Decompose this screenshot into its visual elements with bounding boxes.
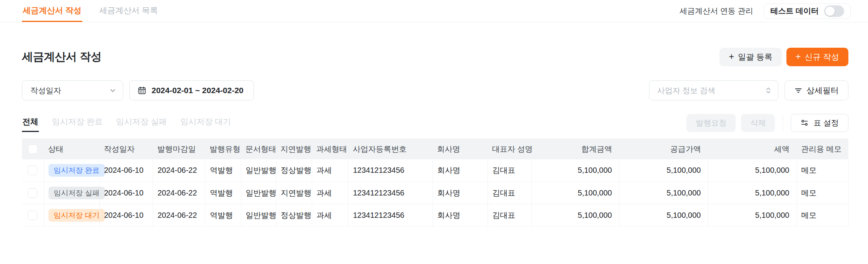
table-row[interactable]: 임시저장 대기2024-06-102024-06-22역발행일반발행정상발행과세… — [22, 204, 848, 226]
cell-tax-type: 과세 — [312, 159, 348, 182]
status-actions: 발행요청 삭제 표 설정 — [686, 114, 848, 132]
cell-company-name: 회사명 — [432, 204, 487, 226]
cell-created-date: 2024-06-10 — [99, 182, 153, 204]
col-header-tax_type: 과세형태 — [312, 139, 348, 159]
delete-button[interactable]: 삭제 — [741, 114, 775, 132]
col-header-created: 작성일자 — [99, 139, 153, 159]
col-header-status: 상태 — [43, 139, 99, 159]
table-header-row: 상태작성일자발행마감일발행유형문서형태지연발행과세형태사업자등록번호회사명대표자… — [22, 139, 848, 159]
table-row[interactable]: 임시저장 실패2024-06-102024-06-22역발행일반발행지연발행과세… — [22, 182, 848, 204]
status-tabs: 전체 임시저장 완료 임시저장 실패 임시저장 대기 — [22, 114, 232, 132]
cell-business-number: 123412123456 — [348, 159, 432, 182]
cell-tax-amount: 5,100,000 — [708, 159, 796, 182]
date-range-value: 2024-02-01 ~ 2024-02-20 — [152, 86, 244, 95]
cell-total-amount: 5,100,000 — [531, 204, 619, 226]
test-data-toggle-box: 테스트 데이터 — [764, 3, 851, 19]
cell-created-date: 2024-06-10 — [99, 204, 153, 226]
status-row: 전체 임시저장 완료 임시저장 실패 임시저장 대기 발행요청 삭제 표 설정 — [22, 114, 848, 132]
calendar-icon — [137, 86, 147, 95]
select-all-header — [22, 139, 43, 159]
cell-status: 임시저장 대기 — [43, 204, 99, 226]
cell-issue-type: 역발행 — [205, 204, 241, 226]
cell-issue-deadline: 2024-06-22 — [153, 182, 205, 204]
cell-tax-amount: 5,100,000 — [708, 182, 796, 204]
main-content: 세금계산서 작성 + 일괄 등록 + 신규 작성 작성일자 — [0, 48, 868, 227]
row-checkbox[interactable] — [28, 165, 37, 175]
business-search-box — [649, 80, 778, 100]
invoice-sync-link[interactable]: 세금계산서 연동 관리 — [679, 6, 753, 16]
cell-status: 임시저장 완료 — [43, 159, 99, 182]
date-type-value: 작성일자 — [30, 85, 61, 96]
date-type-select[interactable]: 작성일자 — [22, 80, 123, 100]
plus-icon: + — [729, 52, 734, 61]
cell-tax-amount: 5,100,000 — [708, 204, 796, 226]
cell-doc-type: 일반발행 — [241, 182, 276, 204]
business-search-input[interactable] — [657, 86, 764, 95]
filter-row: 작성일자 2024-02-01 ~ 2024-02-20 — [22, 80, 848, 100]
cell-business-number: 123412123456 — [348, 204, 432, 226]
cell-ceo-name: 김대표 — [487, 182, 531, 204]
cell-supply-amount: 5,100,000 — [619, 204, 708, 226]
chevron-up-down-icon[interactable] — [764, 86, 773, 95]
cell-status: 임시저장 실패 — [43, 182, 99, 204]
cell-memo: 메모 — [796, 182, 848, 204]
row-select-cell — [22, 204, 43, 226]
cell-issue-type: 역발행 — [205, 182, 241, 204]
select-all-checkbox[interactable] — [28, 144, 38, 154]
col-header-delay: 지연발행 — [276, 139, 312, 159]
table-row[interactable]: 임시저장 완료2024-06-102024-06-22역발행일반발행정상발행과세… — [22, 159, 848, 182]
top-nav-tabs: 세금계산서 작성 세금계산서 목록 — [22, 0, 159, 22]
cell-company-name: 회사명 — [432, 159, 487, 182]
col-header-deadline: 발행마감일 — [153, 139, 205, 159]
title-row: 세금계산서 작성 + 일괄 등록 + 신규 작성 — [22, 48, 848, 66]
col-header-tax: 세액 — [708, 139, 796, 159]
filter-left-group: 작성일자 2024-02-01 ~ 2024-02-20 — [22, 80, 254, 100]
date-range-picker[interactable]: 2024-02-01 ~ 2024-02-20 — [129, 80, 254, 100]
col-header-supply: 공급가액 — [619, 139, 708, 159]
status-tab-saved-complete[interactable]: 임시저장 완료 — [52, 114, 103, 132]
cell-created-date: 2024-06-10 — [99, 159, 153, 182]
cell-tax-type: 과세 — [312, 182, 348, 204]
col-header-company: 회사명 — [432, 139, 487, 159]
invoice-table: 상태작성일자발행마감일발행유형문서형태지연발행과세형태사업자등록번호회사명대표자… — [22, 139, 849, 227]
request-issue-button[interactable]: 발행요청 — [686, 114, 736, 132]
row-checkbox[interactable] — [28, 188, 37, 198]
cell-memo: 메모 — [796, 204, 848, 226]
row-select-cell — [22, 182, 43, 204]
sliders-icon — [800, 119, 809, 127]
status-tab-all[interactable]: 전체 — [22, 114, 39, 132]
cell-doc-type: 일반발행 — [241, 159, 276, 182]
bulk-register-button[interactable]: + 일괄 등록 — [719, 48, 781, 66]
cell-ceo-name: 김대표 — [487, 159, 531, 182]
tab-invoice-create[interactable]: 세금계산서 작성 — [22, 0, 82, 22]
divider — [783, 115, 783, 130]
tab-invoice-list[interactable]: 세금계산서 목록 — [98, 0, 159, 22]
col-header-biz_no: 사업자등록번호 — [348, 139, 432, 159]
detail-filter-button[interactable]: 상세필터 — [785, 80, 848, 100]
chevron-down-icon — [109, 87, 117, 94]
nav-right-group: 세금계산서 연동 관리 테스트 데이터 — [679, 0, 851, 22]
cell-delay-issue: 지연발행 — [276, 182, 312, 204]
status-tab-saved-fail[interactable]: 임시저장 실패 — [116, 114, 167, 132]
table-settings-button[interactable]: 표 설정 — [791, 114, 848, 132]
cell-supply-amount: 5,100,000 — [619, 182, 708, 204]
cell-memo: 메모 — [796, 159, 848, 182]
row-select-cell — [22, 159, 43, 182]
cell-delay-issue: 정상발행 — [276, 204, 312, 226]
cell-issue-deadline: 2024-06-22 — [153, 159, 205, 182]
test-data-toggle[interactable] — [824, 5, 844, 17]
cell-supply-amount: 5,100,000 — [619, 159, 708, 182]
col-header-memo: 관리용 메모 — [796, 139, 848, 159]
filter-lines-icon — [794, 86, 803, 95]
col-header-doc_type: 문서형태 — [241, 139, 276, 159]
row-checkbox[interactable] — [28, 211, 37, 220]
detail-filter-label: 상세필터 — [806, 85, 839, 96]
bulk-register-label: 일괄 등록 — [738, 52, 773, 62]
cell-issue-deadline: 2024-06-22 — [153, 204, 205, 226]
col-header-ceo: 대표자 성명 — [487, 139, 531, 159]
cell-company-name: 회사명 — [432, 182, 487, 204]
status-tab-saved-wait[interactable]: 임시저장 대기 — [180, 114, 232, 132]
new-create-button[interactable]: + 신규 작성 — [786, 48, 848, 66]
col-header-issue_type: 발행유형 — [205, 139, 241, 159]
cell-business-number: 123412123456 — [348, 182, 432, 204]
